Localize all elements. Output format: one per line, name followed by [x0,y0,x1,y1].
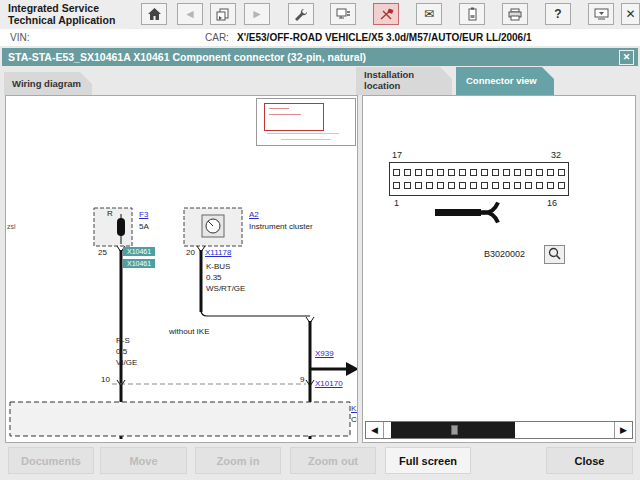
connector-pin [558,182,565,189]
connector-pin [525,182,532,189]
connector-pin [492,182,499,189]
connector-pin [415,169,422,176]
terminal-plug-icon [336,8,351,21]
battery-icon [468,7,477,21]
connector-pin [393,169,400,176]
documents-button[interactable]: Documents [8,447,94,474]
connector-pin [547,182,554,189]
cluster-link[interactable]: A2 [249,210,259,219]
monitor-arrow-icon [594,8,609,21]
vin-label: VIN: [10,32,29,43]
diagram-overview-thumbnail[interactable] [256,98,356,146]
scrollbar-track[interactable] [384,422,614,438]
main-toolbar: Integrated Service Technical Application… [0,0,640,30]
move-button[interactable]: Move [100,447,187,474]
home-icon [148,8,161,20]
zoom-image-button[interactable] [544,245,565,264]
wire-color-label: VI/GE [116,358,137,367]
close-button[interactable]: Close [546,447,633,474]
car-label: CAR: [205,32,229,43]
overview-sketch-line [269,108,289,109]
connector-pin [481,182,488,189]
wire-color-label: WS/RT/GE [206,284,245,293]
connector-tag[interactable]: X10461 [123,247,155,256]
overview-sketch-line [269,114,301,115]
workshop-session-button[interactable] [210,3,236,25]
app-title-line2: Technical Application [8,14,115,26]
battery-status-button[interactable] [459,3,485,25]
connector-pin [459,169,466,176]
node-pin-number: 10 [101,375,110,384]
connector-pin [525,169,532,176]
document-title: STA-STA-E53_SX10461A X10461 Component co… [8,51,366,63]
car-value: X'/E53/OFF-ROAD VEHICLE/X5 3.0d/M57/AUTO… [237,32,532,43]
right-arrow-icon: ▶ [620,425,627,435]
edge-wire-label: zsl [7,223,16,230]
pin-row-upper [393,169,565,176]
connector-pin [437,182,444,189]
tab-label: Connector view [466,75,537,86]
back-icon: ◄ [184,7,196,21]
forward-button[interactable]: ► [244,3,270,25]
close-icon: ✕ [625,7,635,21]
pin-number-top-right: 32 [551,150,561,160]
tab-wiring-diagram[interactable]: Wiring diagram [4,72,92,95]
button-label: Full screen [399,455,457,467]
tab-row: Wiring diagram Installation location Con… [0,66,640,95]
scrollbar-grip [451,425,458,435]
connector-pin [448,169,455,176]
connector-pin [514,182,521,189]
module-caption: Co [351,415,358,424]
connector-pin [503,182,510,189]
fuse-code-label: R [107,209,113,218]
operations-button[interactable] [330,3,356,25]
branch-condition-label: without IKE [169,327,209,336]
display-toggle-button[interactable] [588,3,614,25]
connector-pin [470,182,477,189]
scroll-left-button[interactable]: ◀ [366,422,384,438]
module-link[interactable]: K15 [351,404,358,413]
full-screen-button[interactable]: Full screen [385,447,471,474]
session-pages-icon [216,8,230,21]
fuse-rating-label: 5A [139,222,149,231]
connector-pin [437,169,444,176]
zoom-in-button[interactable]: Zoom in [195,447,281,474]
connector-pin [459,182,466,189]
connector-pin [426,182,433,189]
connector-pin [536,169,543,176]
connector-pin [470,169,477,176]
fuse-pin-number: 25 [98,248,107,257]
tab-installation-location[interactable]: Installation location [356,67,452,95]
wiring-diagram-panel: zsl R F3 5A 25 X10461 X10461 A2 Instrume… [5,95,358,443]
plug-direction-symbol [435,200,505,226]
service-functions-button[interactable] [288,3,314,25]
back-button[interactable]: ◄ [177,3,203,25]
measuring-devices-button[interactable] [373,3,399,25]
scroll-right-button[interactable]: ▶ [614,422,632,438]
close-icon: ✕ [623,52,631,62]
footer-button-bar: Documents Move Zoom in Zoom out Full scr… [0,447,640,480]
connector-pin [503,169,510,176]
overview-sketch-line [267,133,339,134]
help-button[interactable]: ? [545,3,571,25]
pin-row-lower [393,182,565,189]
offpage-link[interactable]: X939 [315,349,334,358]
document-close-button[interactable]: ✕ [619,50,634,65]
home-button[interactable] [141,3,167,25]
close-app-button[interactable]: ✕ [621,3,640,25]
connector-pin [393,182,400,189]
mail-button[interactable]: ✉ [416,3,442,25]
vehicle-bar: VIN: CAR: X'/E53/OFF-ROAD VEHICLE/X5 3.0… [0,29,640,46]
zoom-out-button[interactable]: Zoom out [290,447,376,474]
horizontal-scrollbar: ◀ ▶ [365,421,633,439]
scrollbar-thumb[interactable] [391,422,515,438]
connector-tag[interactable]: X10461 [123,259,155,268]
cluster-connector-link[interactable]: X11178 [205,248,231,257]
node-connector-link[interactable]: X10170 [315,379,343,388]
fuse-link[interactable]: F3 [139,210,148,219]
connector-pin [415,182,422,189]
print-button[interactable] [502,3,528,25]
cluster-pin-number: 20 [186,248,195,257]
tab-connector-view[interactable]: Connector view [456,67,554,95]
connector-pin [448,182,455,189]
